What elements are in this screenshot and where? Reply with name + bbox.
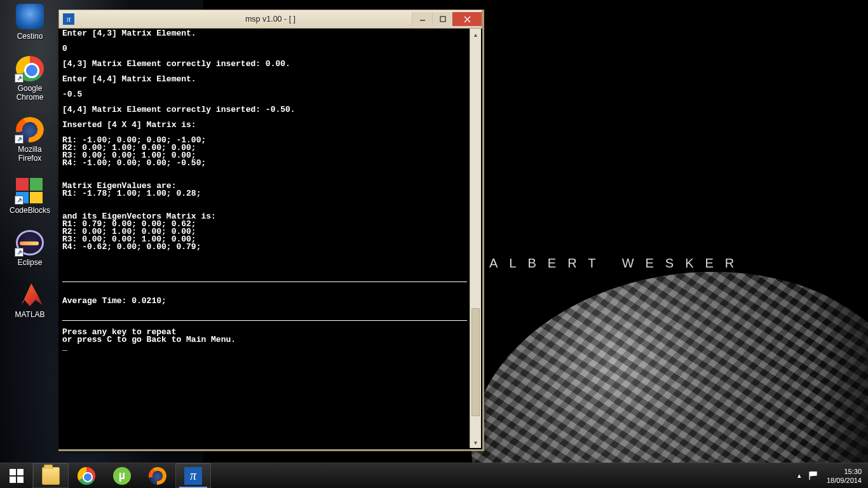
action-center-icon[interactable] — [809, 471, 819, 480]
terminal-line: Enter [4,4] Matrix Element. — [62, 76, 467, 83]
terminal-line: or press C to go Back to Main Menu. — [62, 336, 467, 344]
desktop-icon-label: Mozilla Firefox — [6, 145, 53, 163]
terminal-line: [4,4] Matrix Element correctly inserted:… — [62, 106, 467, 114]
terminal-line — [62, 282, 467, 290]
minimize-button[interactable] — [412, 12, 432, 26]
svg-rect-6 — [10, 477, 16, 483]
maximize-button[interactable] — [432, 12, 452, 26]
wallpaper-text: ALBERT WESKER — [489, 256, 745, 271]
scrollbar-thumb[interactable] — [471, 308, 480, 416]
terminal-line: Inserted [4 X 4] Matrix is: — [62, 121, 467, 129]
eclipse-icon: ↗ — [16, 230, 44, 255]
app-window: π msp v1.00 - [ ] Enter [4,3] Matrix Ele… — [58, 10, 484, 451]
close-button[interactable] — [452, 12, 482, 26]
firefox-icon — [149, 467, 166, 485]
file-explorer-icon — [42, 467, 60, 485]
vertical-scrollbar[interactable]: ▴ ▾ — [470, 29, 481, 448]
desktop-icon-label: Eclipse — [6, 258, 53, 267]
desktop-icon-codeblocks[interactable]: ↗ CodeBlocks — [6, 178, 53, 215]
shortcut-arrow-icon: ↗ — [15, 300, 24, 309]
desktop-icons-column: Cestino ↗ Google Chrome ↗ Mozilla Firefo… — [6, 4, 56, 334]
terminal-line — [62, 251, 467, 259]
terminal-output[interactable]: Enter [4,3] Matrix Element. 0 [4,3] Matr… — [60, 29, 470, 448]
svg-rect-1 — [440, 17, 445, 22]
tray-time: 15:30 — [827, 467, 862, 476]
scroll-down-arrow-icon[interactable]: ▾ — [470, 437, 481, 448]
terminal-line — [62, 167, 467, 175]
terminal-line: _ — [62, 344, 467, 351]
wallpaper-globe — [451, 244, 868, 488]
system-tray: ▴ 15:30 18/09/2014 — [797, 463, 868, 488]
app-pi-icon: π — [63, 13, 74, 25]
chrome-icon: ↗ — [16, 56, 44, 81]
desktop-icon-chrome[interactable]: ↗ Google Chrome — [6, 56, 53, 102]
app-pi-icon: π — [184, 467, 202, 485]
desktop-icon-eclipse[interactable]: ↗ Eclipse — [6, 230, 53, 267]
terminal-line: 0 — [62, 45, 467, 53]
svg-rect-5 — [17, 469, 24, 475]
window-client-area: Enter [4,3] Matrix Element. 0 [4,3] Matr… — [60, 29, 481, 448]
terminal-line: R4: -0.62; 0.00; 0.00; 0.79; — [62, 243, 467, 251]
codeblocks-icon: ↗ — [16, 178, 44, 203]
shortcut-arrow-icon: ↗ — [15, 248, 24, 257]
terminal-line — [62, 37, 467, 45]
terminal-line — [62, 259, 467, 266]
recycle-bin-icon — [16, 4, 44, 29]
terminal-line: Enter [4,3] Matrix Element. — [62, 30, 467, 37]
terminal-line — [62, 313, 467, 320]
close-icon — [464, 16, 471, 23]
shortcut-arrow-icon: ↗ — [15, 135, 24, 144]
scroll-up-arrow-icon[interactable]: ▴ — [470, 29, 481, 40]
terminal-line: [4,3] Matrix Element correctly inserted:… — [62, 60, 467, 68]
utorrent-icon: µ — [113, 467, 131, 485]
firefox-icon: ↗ — [16, 117, 44, 142]
tray-date: 18/09/2014 — [827, 476, 862, 485]
svg-rect-7 — [17, 477, 24, 483]
taskbar-button-firefox[interactable] — [140, 463, 175, 488]
window-titlebar[interactable]: π msp v1.00 - [ ] — [58, 10, 482, 29]
terminal-line: R4: -1.00; 0.00; 0.00; -0.50; — [62, 159, 467, 167]
chrome-icon — [78, 467, 95, 485]
desktop-icon-firefox[interactable]: ↗ Mozilla Firefox — [6, 117, 53, 163]
terminal-line — [62, 198, 467, 205]
windows-logo-icon — [10, 469, 24, 483]
shortcut-arrow-icon: ↗ — [15, 196, 24, 205]
svg-rect-4 — [10, 469, 16, 475]
taskbar: µ π ▴ 15:30 18/09/2014 — [0, 463, 868, 488]
tray-clock[interactable]: 15:30 18/09/2014 — [827, 467, 862, 485]
desktop-icon-recycle-bin[interactable]: Cestino — [6, 4, 53, 41]
maximize-icon — [440, 16, 446, 22]
terminal-line: -0.5 — [62, 91, 467, 98]
window-control-buttons — [412, 12, 482, 26]
taskbar-button-msp[interactable]: π — [175, 463, 211, 488]
terminal-line — [62, 274, 467, 281]
taskbar-button-explorer[interactable] — [33, 463, 69, 488]
desktop-icon-label: Google Chrome — [6, 84, 53, 102]
desktop-icon-label: Cestino — [6, 32, 53, 41]
terminal-line — [62, 305, 467, 313]
desktop-icon-matlab[interactable]: ↗ MATLAB — [6, 282, 53, 319]
terminal-line: Average Time: 0.0210; — [62, 297, 467, 305]
desktop-icon-label: CodeBlocks — [6, 206, 53, 215]
terminal-line: R1: -1.78; 1.00; 1.00; 0.28; — [62, 190, 467, 198]
tray-overflow-button[interactable]: ▴ — [797, 471, 801, 480]
minimize-icon — [419, 16, 426, 22]
desktop-icon-label: MATLAB — [6, 310, 53, 319]
matlab-icon: ↗ — [16, 282, 44, 308]
start-button[interactable] — [0, 463, 33, 488]
terminal-line — [62, 83, 467, 91]
taskbar-button-utorrent[interactable]: µ — [104, 463, 140, 488]
terminal-line — [62, 266, 467, 274]
taskbar-button-chrome[interactable] — [69, 463, 104, 488]
shortcut-arrow-icon: ↗ — [15, 74, 24, 83]
